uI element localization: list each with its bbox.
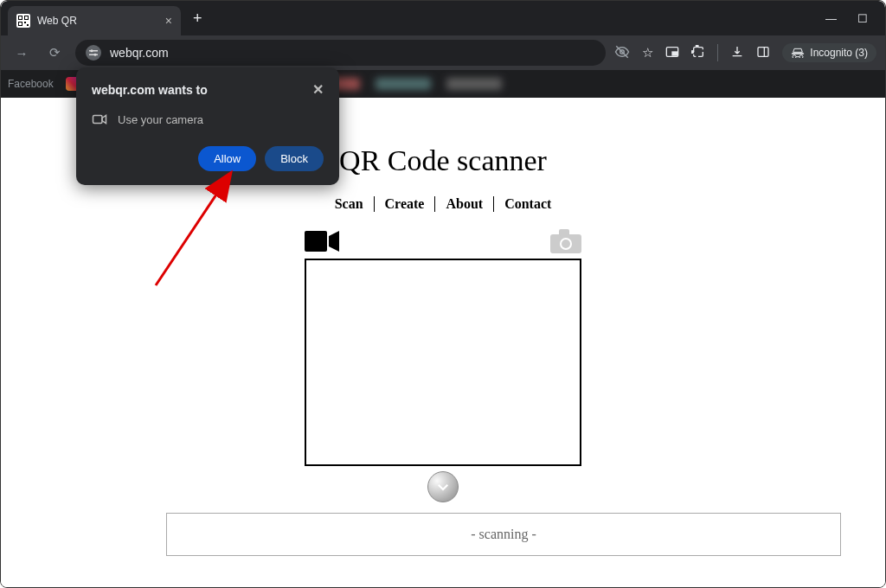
status-box: - scanning - bbox=[166, 513, 841, 556]
permission-dialog: webqr.com wants to ✕ Use your camera All… bbox=[76, 67, 339, 185]
site-settings-icon[interactable] bbox=[86, 45, 101, 61]
pip-icon[interactable] bbox=[665, 45, 679, 61]
maximize-icon[interactable]: ☐ bbox=[857, 12, 868, 25]
qr-favicon-icon bbox=[16, 14, 30, 28]
svg-point-17 bbox=[691, 50, 694, 53]
window-controls: — ☐ bbox=[808, 3, 885, 33]
toolbar: → ⟳ webqr.com ☆ Incognito (3) bbox=[1, 35, 885, 70]
expand-down-button[interactable] bbox=[427, 471, 459, 502]
block-button[interactable]: Block bbox=[265, 146, 324, 171]
svg-rect-8 bbox=[89, 50, 98, 52]
bookmark-star-icon[interactable]: ☆ bbox=[642, 45, 653, 61]
minimize-icon[interactable]: — bbox=[825, 12, 837, 25]
nav-scan[interactable]: Scan bbox=[324, 196, 374, 212]
nav-create[interactable]: Create bbox=[374, 196, 435, 212]
permission-close-icon[interactable]: ✕ bbox=[312, 81, 324, 98]
svg-rect-5 bbox=[19, 22, 22, 25]
svg-rect-26 bbox=[93, 116, 103, 124]
nav-about[interactable]: About bbox=[434, 196, 493, 212]
svg-point-16 bbox=[697, 45, 699, 48]
new-tab-button[interactable]: + bbox=[181, 3, 215, 33]
titlebar: Web QR × + — ☐ bbox=[1, 1, 885, 35]
svg-marker-21 bbox=[329, 231, 339, 252]
downloads-icon[interactable] bbox=[730, 45, 744, 61]
status-text: - scanning - bbox=[471, 527, 536, 542]
url-text: webqr.com bbox=[110, 46, 169, 60]
reload-button[interactable]: ⟳ bbox=[42, 45, 67, 61]
svg-rect-23 bbox=[559, 229, 569, 236]
svg-rect-6 bbox=[24, 22, 26, 23]
page-nav: Scan Create About Contact bbox=[166, 196, 720, 212]
incognito-icon bbox=[791, 48, 805, 58]
forward-button[interactable]: → bbox=[10, 46, 34, 61]
nav-contact[interactable]: Contact bbox=[493, 196, 562, 212]
svg-rect-20 bbox=[305, 231, 327, 252]
tab-close-icon[interactable]: × bbox=[165, 14, 172, 28]
video-mode-icon[interactable] bbox=[305, 229, 339, 257]
permission-item: Use your camera bbox=[118, 113, 203, 126]
browser-tab[interactable]: Web QR × bbox=[8, 6, 181, 35]
svg-point-11 bbox=[94, 54, 97, 56]
sidepanel-icon[interactable] bbox=[756, 45, 770, 61]
tracking-icon[interactable] bbox=[614, 44, 630, 62]
svg-rect-4 bbox=[25, 16, 28, 19]
camera-icon bbox=[92, 112, 107, 127]
svg-rect-18 bbox=[758, 47, 768, 56]
svg-rect-15 bbox=[672, 52, 677, 55]
svg-rect-7 bbox=[27, 24, 29, 26]
chevron-down-icon bbox=[435, 479, 451, 495]
incognito-badge[interactable]: Incognito (3) bbox=[782, 43, 876, 62]
incognito-text: Incognito (3) bbox=[810, 47, 868, 59]
separator bbox=[717, 44, 718, 61]
svg-rect-9 bbox=[89, 54, 98, 56]
svg-point-25 bbox=[562, 240, 570, 248]
permission-origin: webqr.com wants to bbox=[92, 83, 208, 97]
scanner-viewport bbox=[305, 259, 581, 466]
extensions-icon[interactable] bbox=[691, 45, 705, 61]
tab-title: Web QR bbox=[37, 15, 77, 27]
svg-point-10 bbox=[91, 49, 93, 52]
allow-button[interactable]: Allow bbox=[198, 146, 256, 171]
photo-mode-icon[interactable] bbox=[550, 229, 581, 257]
bookmark-facebook[interactable]: Facebook bbox=[8, 78, 54, 90]
address-bar[interactable]: webqr.com bbox=[75, 40, 606, 66]
svg-rect-3 bbox=[19, 16, 22, 19]
